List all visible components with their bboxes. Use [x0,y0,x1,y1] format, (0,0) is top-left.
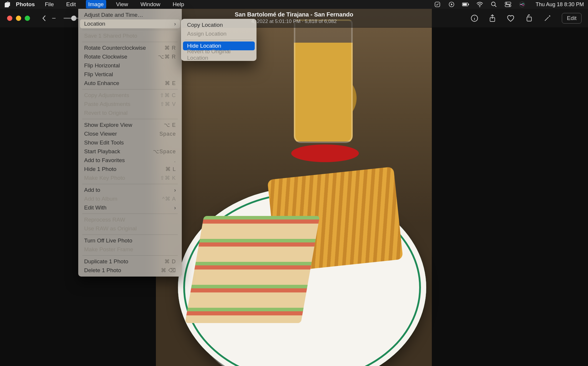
menuitem-label: Rotate Counterclockwise [84,45,164,51]
menuitem-show-explore-view[interactable]: Show Explore View⌥ E [80,121,180,129]
siri-icon[interactable] [519,1,526,8]
menuitem-duplicate-1-photo[interactable]: Duplicate 1 Photo⌘ D [80,257,180,266]
menuitem-label: Make Key Photo [84,175,160,181]
photo-beer-glass [294,19,353,143]
menuitem-shortcut: ⌘ L [165,166,176,172]
menuitem-make-poster-frame: Make Poster Frame [80,245,180,254]
menuitem-label: Flip Horizontal [84,62,176,69]
menuitem-add-to-favorites[interactable]: Add to Favorites. [80,156,180,165]
menuitem-label: Edit With [84,204,174,211]
menubar-tray: Thu Aug 18 8:30 PM [434,1,584,8]
menu-file[interactable]: File [42,0,56,9]
menuitem-paste-adjustments: Paste Adjustments⇧⌘ V [80,100,180,109]
menuitem-shortcut: ⇧⌘ K [160,175,176,181]
menuitem-rotate-clockwise[interactable]: Rotate Clockwise⌥⌘ R [80,52,180,61]
menuitem-delete-1-photo[interactable]: Delete 1 Photo⌘ ⌫ [80,266,180,275]
submenuitem-copy-location[interactable]: Copy Location [183,21,255,29]
menuitem-reprocess-raw: Reprocess RAW [80,215,180,224]
control-center-icon[interactable] [504,2,512,7]
zoom-out-icon[interactable]: − [52,14,56,22]
menuitem-shortcut: . [174,157,176,164]
menuitem-label: Adjust Date and Time… [84,12,176,18]
shortcuts-icon[interactable] [434,1,441,8]
menuitem-flip-vertical[interactable]: Flip Vertical [80,70,180,79]
share-button[interactable] [489,14,496,22]
menubar-datetime[interactable]: Thu Aug 18 8:30 PM [536,1,584,8]
menu-view[interactable]: View [114,0,131,9]
menu-help[interactable]: Help [170,0,186,9]
menuitem-shortcut: ⇧⌘ C [160,92,176,99]
menuitem-location[interactable]: Location› [80,19,180,28]
window-close-button[interactable] [7,16,12,21]
menuitem-label: Hide 1 Photo [84,166,165,172]
window-zoom-button[interactable] [25,16,30,21]
edit-button[interactable]: Edit [562,13,582,24]
menuitem-label: Start Playback [84,148,153,155]
image-menu-dropdown: Adjust Date and Time…Location›Save 1 Sha… [78,9,182,277]
photo-coaster [291,144,359,162]
photo-sandwich [185,216,320,323]
menuitem-shortcut: ^⌘ A [162,196,176,202]
menu-window[interactable]: Window [138,0,163,9]
auto-enhance-button[interactable] [544,14,551,22]
now-playing-icon[interactable] [448,1,455,8]
apple-icon[interactable] [4,1,11,7]
photo-location-title: San Bartolomé de Tirajana - San Fernando [235,11,353,18]
menuitem-close-viewer[interactable]: Close ViewerSpace [80,129,180,138]
menuitem-copy-adjustments: Copy Adjustments⇧⌘ C [80,91,180,100]
menuitem-hide-1-photo[interactable]: Hide 1 Photo⌘ L [80,165,180,174]
spotlight-icon[interactable] [490,1,497,8]
menuitem-label: Auto Enhance [84,80,165,86]
photo-content[interactable] [156,9,432,366]
menuitem-label: Use RAW as Original [84,225,176,232]
app-name[interactable]: Photos [16,1,35,8]
battery-icon[interactable] [462,2,469,7]
back-button[interactable] [42,15,46,22]
wifi-icon[interactable] [476,1,483,7]
menuitem-adjust-date-and-time[interactable]: Adjust Date and Time… [80,11,180,19]
menuitem-make-key-photo: Make Key Photo⇧⌘ K [80,174,180,182]
submenuitem-label: Copy Location [187,22,223,28]
menuitem-label: Add to [84,187,174,193]
svg-point-9 [506,3,507,4]
svg-rect-14 [527,17,532,21]
menuitem-label: Add to Favorites [84,157,174,164]
menuitem-label: Close Viewer [84,131,159,137]
menuitem-show-edit-tools[interactable]: Show Edit Tools [80,138,180,147]
menuitem-revert-to-original: Revert to Original [80,109,180,117]
menuitem-shortcut: Space [159,131,176,137]
menu-edit[interactable]: Edit [64,0,78,9]
favorite-button[interactable] [507,14,515,22]
menuitem-label: Flip Vertical [84,71,176,78]
menuitem-add-to[interactable]: Add to› [80,186,180,194]
menuitem-shortcut: ⇧⌘ V [160,101,176,107]
menuitem-shortcut: ⌘ R [164,45,176,51]
svg-point-5 [479,6,480,7]
menuitem-shortcut: ⌘ E [165,80,176,86]
photo-counter: 5,818 of 6,082 [305,19,337,24]
window-minimize-button[interactable] [16,16,21,21]
menuitem-auto-enhance[interactable]: Auto Enhance⌘ E [80,79,180,88]
menuitem-shortcut: ⌘ D [164,258,176,265]
menu-image[interactable]: Image [86,0,106,9]
menuitem-label: Paste Adjustments [84,101,160,107]
menuitem-start-playback[interactable]: Start Playback⌥Space [80,147,180,156]
info-button[interactable] [471,14,478,22]
menuitem-label: Revert to Original [84,110,176,116]
menuitem-shortcut: ⌘ ⌫ [161,267,176,274]
rotate-button[interactable] [525,14,533,22]
zoom-thumb[interactable] [71,16,76,21]
svg-rect-4 [468,4,469,5]
menuitem-label: Save 1 Shared Photo [84,33,176,39]
menuitem-flip-horizontal[interactable]: Flip Horizontal [80,61,180,70]
menuitem-add-to-album: Add to Album^⌘ A [80,194,180,203]
menuitem-label: Reprocess RAW [84,217,176,223]
menuitem-label: Turn Off Live Photo [84,237,176,244]
chevron-right-icon: › [174,187,176,193]
macos-menubar: Photos FileEditImageViewWindowHelp Thu A… [0,0,588,9]
svg-point-10 [509,5,510,6]
menuitem-rotate-counterclockwise[interactable]: Rotate Counterclockwise⌘ R [80,44,180,52]
menuitem-edit-with[interactable]: Edit With› [80,203,180,212]
menuitem-label: Make Poster Frame [84,246,176,253]
menuitem-turn-off-live-photo[interactable]: Turn Off Live Photo [80,236,180,245]
